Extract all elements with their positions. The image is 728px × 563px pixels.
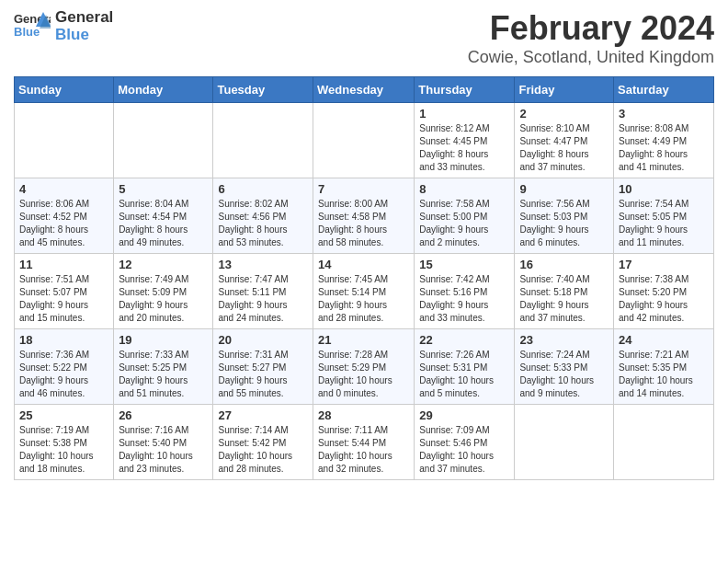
day-info: Sunrise: 8:06 AM Sunset: 4:52 PM Dayligh… xyxy=(19,198,108,249)
day-number: 25 xyxy=(19,408,108,422)
calendar-week-2: 4Sunrise: 8:06 AM Sunset: 4:52 PM Daylig… xyxy=(15,178,714,254)
calendar-cell: 10Sunrise: 7:54 AM Sunset: 5:05 PM Dayli… xyxy=(614,178,714,254)
calendar-cell: 22Sunrise: 7:26 AM Sunset: 5:31 PM Dayli… xyxy=(415,329,515,405)
svg-text:Blue: Blue xyxy=(14,25,40,39)
day-info: Sunrise: 7:51 AM Sunset: 5:07 PM Dayligh… xyxy=(19,273,108,325)
calendar-cell: 24Sunrise: 7:21 AM Sunset: 5:35 PM Dayli… xyxy=(614,329,714,405)
location-title: Cowie, Scotland, United Kingdom xyxy=(468,48,714,67)
calendar-cell xyxy=(114,103,213,178)
day-info: Sunrise: 7:14 AM Sunset: 5:42 PM Dayligh… xyxy=(218,424,308,476)
day-info: Sunrise: 7:47 AM Sunset: 5:11 PM Dayligh… xyxy=(218,273,308,325)
day-info: Sunrise: 7:24 AM Sunset: 5:33 PM Dayligh… xyxy=(519,349,609,400)
weekday-header-saturday: Saturday xyxy=(614,77,714,103)
calendar-cell xyxy=(515,405,614,480)
header-area: General Blue General Blue February 2024 … xyxy=(14,9,714,67)
day-number: 27 xyxy=(218,408,308,422)
day-info: Sunrise: 7:28 AM Sunset: 5:29 PM Dayligh… xyxy=(318,349,409,400)
calendar-cell xyxy=(213,103,313,178)
day-info: Sunrise: 7:36 AM Sunset: 5:22 PM Dayligh… xyxy=(19,349,108,400)
day-number: 13 xyxy=(218,258,308,271)
calendar-cell xyxy=(614,405,714,480)
calendar-cell: 13Sunrise: 7:47 AM Sunset: 5:11 PM Dayli… xyxy=(213,254,313,329)
month-title: February 2024 xyxy=(468,9,714,48)
calendar-cell: 20Sunrise: 7:31 AM Sunset: 5:27 PM Dayli… xyxy=(213,329,313,405)
day-number: 5 xyxy=(119,182,208,196)
day-number: 17 xyxy=(619,258,709,271)
calendar-week-4: 18Sunrise: 7:36 AM Sunset: 5:22 PM Dayli… xyxy=(15,329,714,405)
day-number: 24 xyxy=(619,333,709,347)
day-number: 23 xyxy=(519,333,609,347)
calendar-week-3: 11Sunrise: 7:51 AM Sunset: 5:07 PM Dayli… xyxy=(15,254,714,329)
day-info: Sunrise: 8:00 AM Sunset: 4:58 PM Dayligh… xyxy=(318,198,409,249)
calendar-cell: 4Sunrise: 8:06 AM Sunset: 4:52 PM Daylig… xyxy=(15,178,114,254)
day-number: 7 xyxy=(318,182,409,196)
calendar-cell: 19Sunrise: 7:33 AM Sunset: 5:25 PM Dayli… xyxy=(114,329,213,405)
day-number: 1 xyxy=(419,107,509,121)
calendar-cell xyxy=(15,103,114,178)
calendar-cell xyxy=(313,103,415,178)
calendar-week-1: 1Sunrise: 8:12 AM Sunset: 4:45 PM Daylig… xyxy=(15,103,714,178)
day-info: Sunrise: 8:02 AM Sunset: 4:56 PM Dayligh… xyxy=(218,198,308,249)
calendar-cell: 1Sunrise: 8:12 AM Sunset: 4:45 PM Daylig… xyxy=(415,103,515,178)
day-info: Sunrise: 7:45 AM Sunset: 5:14 PM Dayligh… xyxy=(318,273,409,325)
calendar-table: SundayMondayTuesdayWednesdayThursdayFrid… xyxy=(14,76,714,480)
day-number: 12 xyxy=(119,258,208,271)
weekday-header-wednesday: Wednesday xyxy=(313,77,415,103)
weekday-header-tuesday: Tuesday xyxy=(213,77,313,103)
day-number: 11 xyxy=(19,258,108,271)
calendar-cell: 12Sunrise: 7:49 AM Sunset: 5:09 PM Dayli… xyxy=(114,254,213,329)
calendar-cell: 25Sunrise: 7:19 AM Sunset: 5:38 PM Dayli… xyxy=(15,405,114,480)
day-info: Sunrise: 7:40 AM Sunset: 5:18 PM Dayligh… xyxy=(519,273,609,325)
weekday-header-monday: Monday xyxy=(114,77,213,103)
day-number: 26 xyxy=(119,408,208,422)
calendar-cell: 6Sunrise: 8:02 AM Sunset: 4:56 PM Daylig… xyxy=(213,178,313,254)
day-number: 21 xyxy=(318,333,409,347)
day-info: Sunrise: 7:56 AM Sunset: 5:03 PM Dayligh… xyxy=(519,198,609,249)
day-info: Sunrise: 7:31 AM Sunset: 5:27 PM Dayligh… xyxy=(218,349,308,400)
day-info: Sunrise: 7:09 AM Sunset: 5:46 PM Dayligh… xyxy=(419,424,509,476)
calendar-cell: 2Sunrise: 8:10 AM Sunset: 4:47 PM Daylig… xyxy=(515,103,614,178)
day-number: 28 xyxy=(318,408,409,422)
day-info: Sunrise: 7:58 AM Sunset: 5:00 PM Dayligh… xyxy=(419,198,509,249)
logo-blue-text: Blue xyxy=(55,27,113,44)
calendar-cell: 16Sunrise: 7:40 AM Sunset: 5:18 PM Dayli… xyxy=(515,254,614,329)
calendar-cell: 15Sunrise: 7:42 AM Sunset: 5:16 PM Dayli… xyxy=(415,254,515,329)
calendar-cell: 29Sunrise: 7:09 AM Sunset: 5:46 PM Dayli… xyxy=(415,405,515,480)
day-number: 20 xyxy=(218,333,308,347)
day-info: Sunrise: 7:11 AM Sunset: 5:44 PM Dayligh… xyxy=(318,424,409,476)
day-info: Sunrise: 7:38 AM Sunset: 5:20 PM Dayligh… xyxy=(619,273,709,325)
weekday-header-sunday: Sunday xyxy=(15,77,114,103)
day-number: 3 xyxy=(619,107,709,121)
calendar-cell: 27Sunrise: 7:14 AM Sunset: 5:42 PM Dayli… xyxy=(213,405,313,480)
day-number: 4 xyxy=(19,182,108,196)
day-number: 16 xyxy=(519,258,609,271)
day-info: Sunrise: 7:21 AM Sunset: 5:35 PM Dayligh… xyxy=(619,349,709,400)
day-number: 6 xyxy=(218,182,308,196)
weekday-header-thursday: Thursday xyxy=(415,77,515,103)
logo-icon: General Blue xyxy=(14,10,51,42)
day-number: 18 xyxy=(19,333,108,347)
day-info: Sunrise: 7:19 AM Sunset: 5:38 PM Dayligh… xyxy=(19,424,108,476)
day-number: 15 xyxy=(419,258,509,271)
day-info: Sunrise: 8:04 AM Sunset: 4:54 PM Dayligh… xyxy=(119,198,208,249)
day-number: 2 xyxy=(519,107,609,121)
calendar-cell: 14Sunrise: 7:45 AM Sunset: 5:14 PM Dayli… xyxy=(313,254,415,329)
weekday-header-friday: Friday xyxy=(515,77,614,103)
day-info: Sunrise: 8:08 AM Sunset: 4:49 PM Dayligh… xyxy=(619,122,709,174)
day-number: 22 xyxy=(419,333,509,347)
day-info: Sunrise: 8:12 AM Sunset: 4:45 PM Dayligh… xyxy=(419,122,509,174)
calendar-cell: 8Sunrise: 7:58 AM Sunset: 5:00 PM Daylig… xyxy=(415,178,515,254)
day-info: Sunrise: 7:42 AM Sunset: 5:16 PM Dayligh… xyxy=(419,273,509,325)
calendar-cell: 26Sunrise: 7:16 AM Sunset: 5:40 PM Dayli… xyxy=(114,405,213,480)
day-number: 9 xyxy=(519,182,609,196)
day-info: Sunrise: 7:33 AM Sunset: 5:25 PM Dayligh… xyxy=(119,349,208,400)
day-info: Sunrise: 7:49 AM Sunset: 5:09 PM Dayligh… xyxy=(119,273,208,325)
day-info: Sunrise: 7:26 AM Sunset: 5:31 PM Dayligh… xyxy=(419,349,509,400)
calendar-cell: 9Sunrise: 7:56 AM Sunset: 5:03 PM Daylig… xyxy=(515,178,614,254)
calendar-cell: 17Sunrise: 7:38 AM Sunset: 5:20 PM Dayli… xyxy=(614,254,714,329)
calendar-cell: 23Sunrise: 7:24 AM Sunset: 5:33 PM Dayli… xyxy=(515,329,614,405)
calendar-cell: 5Sunrise: 8:04 AM Sunset: 4:54 PM Daylig… xyxy=(114,178,213,254)
calendar-cell: 18Sunrise: 7:36 AM Sunset: 5:22 PM Dayli… xyxy=(15,329,114,405)
calendar-cell: 28Sunrise: 7:11 AM Sunset: 5:44 PM Dayli… xyxy=(313,405,415,480)
day-number: 19 xyxy=(119,333,208,347)
